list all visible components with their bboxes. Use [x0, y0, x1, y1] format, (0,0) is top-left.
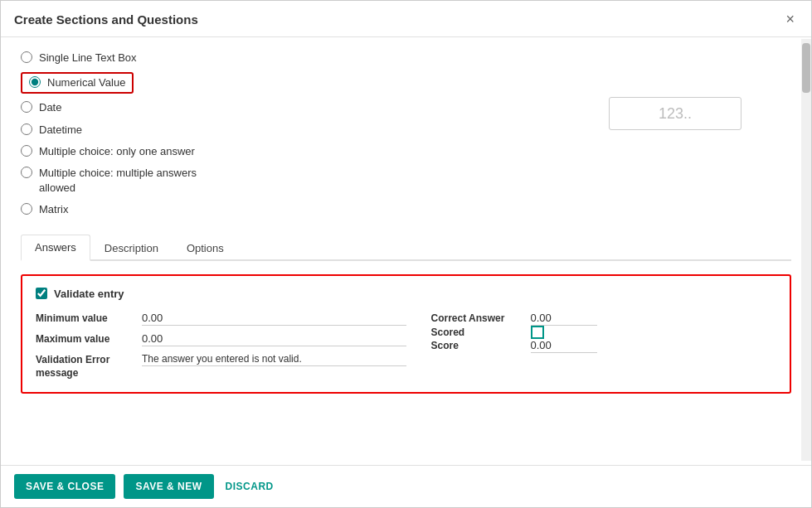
preview-box: 123.. — [609, 97, 741, 130]
radio-label-mc-one: Multiple choice: only one answer — [39, 144, 195, 159]
validation-error-value: The answer you entered is not valid. — [142, 353, 406, 366]
scrollbar-track[interactable] — [801, 39, 811, 461]
tabs-container: Answers Description Options Validate ent… — [21, 235, 791, 408]
radio-input-datetime[interactable] — [21, 123, 32, 135]
radio-label-date: Date — [39, 100, 61, 115]
validate-label: Validate entry — [54, 288, 124, 300]
radio-label-single-line: Single Line Text Box — [39, 51, 137, 65]
preview-placeholder: 123.. — [659, 105, 692, 123]
radio-input-date[interactable] — [21, 101, 32, 113]
modal-title: Create Sections and Questions — [14, 12, 198, 27]
radio-input-mc-multi[interactable] — [21, 167, 32, 178]
scored-checkbox[interactable] — [531, 326, 544, 339]
radio-matrix[interactable]: Matrix — [21, 202, 791, 217]
validate-checkbox[interactable] — [36, 288, 47, 299]
radio-mc-multi[interactable]: Multiple choice: multiple answers allowe… — [21, 166, 791, 196]
scored-label: Scored — [431, 327, 523, 338]
radio-label-datetime: Datetime — [39, 123, 82, 138]
modal: Create Sections and Questions × 123.. Si… — [0, 0, 812, 508]
min-value: 0.00 — [142, 312, 406, 326]
correct-answer-value: 0.00 — [531, 312, 597, 326]
max-value-row: Maximum value 0.00 — [36, 332, 406, 346]
scored-row: Scored — [431, 326, 777, 339]
close-button[interactable]: × — [782, 11, 798, 28]
radio-input-numerical[interactable] — [29, 76, 41, 88]
save-close-button[interactable]: SAVE & CLOSE — [14, 474, 115, 499]
content-area: 123.. Single Line Text Box Numerical Val… — [1, 37, 811, 465]
radio-single-line[interactable]: Single Line Text Box — [21, 51, 791, 65]
radio-label-numerical: Numerical Value — [47, 75, 125, 90]
radio-numerical[interactable]: Numerical Value — [21, 72, 134, 94]
correct-answer-label: Correct Answer — [431, 312, 523, 324]
save-new-button[interactable]: SAVE & NEW — [124, 474, 213, 499]
tab-description[interactable]: Description — [90, 235, 173, 261]
score-label: Score — [431, 340, 523, 351]
radio-input-mc-one[interactable] — [21, 145, 32, 157]
score-value: 0.00 — [531, 339, 597, 353]
radio-label-matrix: Matrix — [39, 202, 68, 217]
discard-button[interactable]: DISCARD — [222, 474, 277, 499]
score-row: Score 0.00 — [431, 339, 777, 353]
tab-content-answers: Validate entry Minimum value 0.00 — [21, 261, 791, 408]
radio-input-single-line[interactable] — [21, 51, 32, 63]
radio-label-mc-multi: Multiple choice: multiple answers allowe… — [39, 166, 205, 196]
answers-inner: Minimum value 0.00 Maximum value 0.00 Va… — [36, 312, 776, 381]
min-label: Minimum value — [36, 312, 135, 324]
correct-answer-row: Correct Answer 0.00 — [431, 312, 777, 326]
validate-row: Validate entry — [36, 288, 776, 300]
validation-error-label: Validation Error message — [36, 353, 135, 381]
radio-group: Single Line Text Box Numerical Value Dat… — [21, 51, 791, 218]
max-value: 0.00 — [142, 332, 406, 346]
modal-header: Create Sections and Questions × — [1, 1, 811, 37]
modal-body: 123.. Single Line Text Box Numerical Val… — [1, 37, 811, 465]
answers-section: Validate entry Minimum value 0.00 — [21, 274, 791, 394]
tab-options[interactable]: Options — [173, 235, 238, 261]
answers-right: Correct Answer 0.00 Scored Score 0.00 — [406, 312, 777, 381]
max-label: Maximum value — [36, 333, 135, 345]
tabs: Answers Description Options — [21, 235, 791, 261]
modal-footer: SAVE & CLOSE SAVE & NEW DISCARD — [1, 465, 811, 507]
answers-left: Minimum value 0.00 Maximum value 0.00 Va… — [36, 312, 406, 381]
radio-mc-one[interactable]: Multiple choice: only one answer — [21, 144, 791, 159]
radio-input-matrix[interactable] — [21, 203, 32, 215]
validation-msg-row: Validation Error message The answer you … — [36, 353, 406, 381]
tab-answers[interactable]: Answers — [21, 235, 90, 261]
min-value-row: Minimum value 0.00 — [36, 312, 406, 326]
scrollbar-thumb[interactable] — [802, 43, 810, 93]
